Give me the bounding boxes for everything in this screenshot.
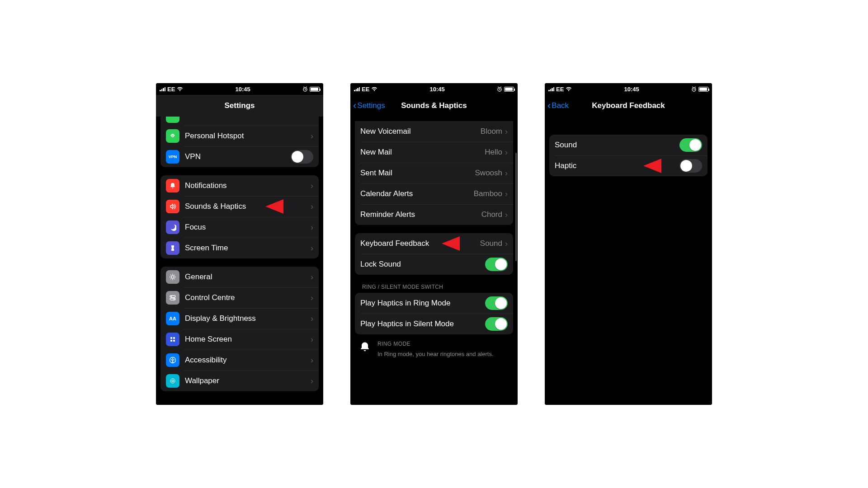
row-calendar-alerts[interactable]: Calendar Alerts Bamboo ›	[355, 183, 513, 204]
chevron-right-icon: ›	[311, 181, 313, 191]
homescreen-icon	[166, 333, 179, 346]
row-label: Control Centre	[185, 293, 311, 302]
back-button[interactable]: ‹ Back	[547, 95, 569, 117]
row-control-centre[interactable]: Control Centre ›	[160, 287, 319, 308]
row-new-voicemail[interactable]: New Voicemail Bloom ›	[355, 121, 513, 142]
chevron-right-icon: ›	[311, 376, 313, 386]
row-value: Bloom	[481, 127, 502, 136]
row-keyboard-feedback[interactable]: Keyboard Feedback Sound ›	[355, 233, 513, 254]
svg-rect-7	[173, 337, 175, 339]
row-sound[interactable]: Sound	[549, 135, 708, 155]
row-label: Reminder Alerts	[360, 210, 481, 219]
row-wallpaper[interactable]: Wallpaper ›	[160, 371, 319, 391]
vpn-toggle[interactable]	[291, 150, 313, 164]
row-new-mail[interactable]: New Mail Hello ›	[355, 142, 513, 163]
row-value: Bamboo	[474, 189, 502, 198]
chevron-left-icon: ‹	[353, 101, 356, 111]
back-label: Settings	[357, 101, 385, 110]
row-label: Display & Brightness	[185, 314, 311, 323]
chevron-right-icon: ›	[311, 202, 313, 211]
sounds-list[interactable]: New Voicemail Bloom › New Mail Hello › S…	[350, 117, 518, 405]
settings-group-alerts: Notifications › Sounds & Haptics › Focus…	[160, 175, 319, 258]
chevron-right-icon: ›	[505, 127, 508, 136]
settings-list[interactable]: Personal Hotspot › VPN VPN Notifications…	[156, 117, 323, 405]
back-button[interactable]: ‹ Settings	[353, 95, 385, 117]
row-value: Sound	[480, 239, 502, 248]
group-haptics: Play Haptics in Ring Mode Play Haptics i…	[355, 293, 513, 334]
signal-icon	[548, 87, 554, 91]
row-accessibility[interactable]: Accessibility ›	[160, 350, 319, 371]
row-label: Personal Hotspot	[185, 131, 311, 141]
row-label: New Mail	[360, 148, 485, 157]
row-sent-mail[interactable]: Sent Mail Swoosh ›	[355, 163, 513, 183]
app-icon-partial	[166, 117, 179, 123]
row-vpn[interactable]: VPN VPN	[160, 146, 319, 167]
group-sounds: New Voicemail Bloom › New Mail Hello › S…	[355, 121, 513, 225]
row-label: Notifications	[185, 181, 311, 190]
row-display-brightness[interactable]: AA Display & Brightness ›	[160, 308, 319, 329]
row-label: Accessibility	[185, 356, 311, 365]
lock-sound-toggle[interactable]	[485, 258, 508, 271]
clock-label: 10:45	[236, 86, 250, 93]
keyboard-feedback-list[interactable]: Sound Haptic	[545, 117, 712, 405]
status-bar: EE 10:45	[156, 83, 323, 95]
screentime-icon	[166, 241, 179, 255]
alarm-icon	[497, 86, 502, 92]
chevron-left-icon: ‹	[547, 101, 551, 111]
row-label: Wallpaper	[185, 376, 311, 385]
signal-icon	[160, 87, 165, 91]
phone-sounds-haptics: EE 10:45 ‹ Settings Sounds & Haptics New…	[350, 83, 518, 405]
row-haptic[interactable]: Haptic	[549, 155, 708, 176]
row-label: Calendar Alerts	[360, 189, 474, 198]
scrollbar-indicator	[515, 153, 517, 261]
wallpaper-icon	[166, 374, 179, 388]
svg-rect-8	[170, 340, 172, 342]
row-label: VPN	[185, 152, 291, 161]
row-label: Haptic	[555, 161, 679, 170]
haptic-toggle[interactable]	[679, 159, 702, 173]
focus-icon	[166, 221, 179, 234]
bell-icon	[359, 341, 371, 355]
row-partial[interactable]	[160, 117, 319, 126]
row-label: Play Haptics in Ring Mode	[360, 299, 485, 308]
row-home-screen[interactable]: Home Screen ›	[160, 329, 319, 350]
row-label: Sounds & Haptics	[185, 202, 311, 211]
phone-keyboard-feedback: EE 10:45 ‹ Back Keyboard Feedback Sound …	[545, 83, 712, 405]
page-title: Keyboard Feedback	[592, 101, 665, 110]
row-value: Hello	[485, 148, 502, 157]
control-centre-icon	[166, 291, 179, 305]
chevron-right-icon: ›	[311, 356, 313, 365]
group-keyboard: Keyboard Feedback Sound › Lock Sound	[355, 233, 513, 275]
settings-group-network: Personal Hotspot › VPN VPN	[160, 117, 319, 167]
chevron-right-icon: ›	[311, 314, 313, 324]
row-haptics-ring[interactable]: Play Haptics in Ring Mode	[355, 293, 513, 314]
row-personal-hotspot[interactable]: Personal Hotspot ›	[160, 126, 319, 146]
status-bar: EE 10:45	[350, 83, 518, 95]
svg-rect-9	[173, 340, 175, 342]
row-focus[interactable]: Focus ›	[160, 217, 319, 238]
row-screen-time[interactable]: Screen Time ›	[160, 238, 319, 258]
haptics-silent-toggle[interactable]	[485, 317, 508, 331]
chevron-right-icon: ›	[505, 189, 508, 199]
sound-toggle[interactable]	[679, 138, 702, 152]
row-reminder-alerts[interactable]: Reminder Alerts Chord ›	[355, 204, 513, 225]
row-sounds-haptics[interactable]: Sounds & Haptics ›	[160, 196, 319, 217]
nav-header: ‹ Settings Sounds & Haptics	[350, 95, 518, 117]
chevron-right-icon: ›	[311, 293, 313, 303]
haptics-ring-toggle[interactable]	[485, 296, 508, 310]
row-lock-sound[interactable]: Lock Sound	[355, 254, 513, 275]
nav-header: ‹ Back Keyboard Feedback	[545, 95, 712, 117]
battery-icon	[504, 87, 514, 92]
accessibility-icon	[166, 353, 179, 367]
page-title: Sounds & Haptics	[401, 101, 467, 110]
svg-point-3	[171, 296, 172, 297]
row-haptics-silent[interactable]: Play Haptics in Silent Mode	[355, 314, 513, 334]
chevron-right-icon: ›	[505, 169, 508, 178]
chevron-right-icon: ›	[311, 244, 313, 253]
chevron-right-icon: ›	[505, 210, 508, 220]
row-notifications[interactable]: Notifications ›	[160, 175, 319, 196]
row-label: Keyboard Feedback	[360, 239, 480, 248]
svg-rect-2	[170, 296, 175, 297]
sounds-icon	[166, 200, 179, 213]
row-general[interactable]: General ›	[160, 267, 319, 287]
